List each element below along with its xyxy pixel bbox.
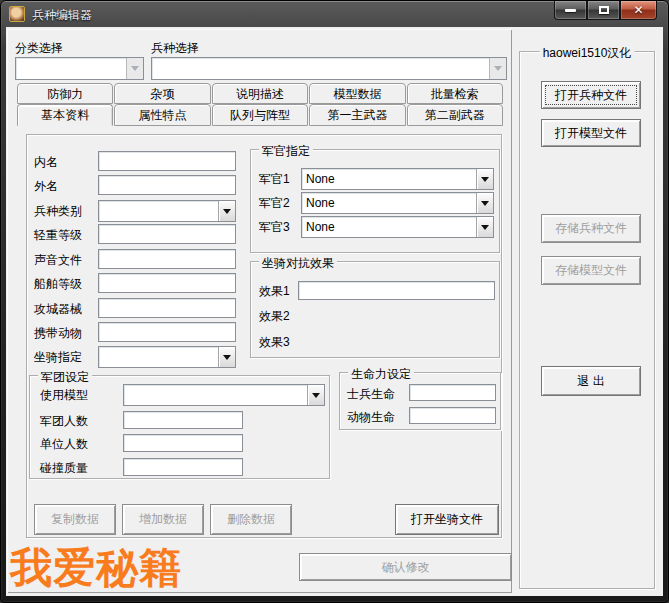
mount-assign-dropdown-button[interactable] bbox=[218, 347, 235, 367]
unit-select-dropdown-button[interactable] bbox=[489, 58, 506, 79]
unit-class-combobox[interactable] bbox=[98, 200, 236, 222]
save-unit-file-button[interactable]: 存储兵种文件 bbox=[541, 214, 641, 243]
titlebar[interactable]: 兵种编辑器 ✕ bbox=[1, 1, 668, 27]
category-select-value bbox=[16, 58, 126, 79]
minimize-icon bbox=[565, 9, 576, 12]
effect1-label: 效果1 bbox=[259, 283, 290, 300]
external-name-input[interactable] bbox=[98, 175, 236, 195]
confirm-modify-button[interactable]: 确认修改 bbox=[299, 553, 512, 581]
use-model-dropdown-button[interactable] bbox=[307, 385, 324, 405]
mount-effect-group-title: 坐骑对抗效果 bbox=[259, 255, 337, 272]
officer3-value: None bbox=[302, 217, 476, 237]
internal-name-label: 内名 bbox=[34, 154, 58, 171]
effect3-label: 效果3 bbox=[259, 334, 290, 351]
maximize-icon bbox=[599, 6, 609, 14]
officer3-combobox[interactable]: None bbox=[301, 216, 494, 238]
siege-engine-input[interactable] bbox=[98, 298, 236, 318]
app-icon[interactable] bbox=[9, 6, 25, 22]
officer-group-title: 军官指定 bbox=[259, 143, 313, 160]
officer1-dropdown-button[interactable] bbox=[476, 169, 493, 189]
officer1-combobox[interactable]: None bbox=[301, 168, 494, 190]
legion-group-title: 军团设定 bbox=[38, 369, 92, 386]
tab-batch-search[interactable]: 批量检索 bbox=[407, 83, 503, 104]
unit-select-label: 兵种选择 bbox=[151, 40, 199, 57]
unit-select-combobox[interactable] bbox=[151, 57, 507, 80]
category-select-label: 分类选择 bbox=[15, 40, 63, 57]
chevron-down-icon bbox=[131, 66, 139, 71]
tab-misc[interactable]: 杂项 bbox=[114, 83, 210, 104]
tab-primary-weapon[interactable]: 第一主武器 bbox=[309, 104, 405, 126]
weight-grade-label: 轻重等级 bbox=[34, 227, 82, 244]
save-model-file-button[interactable]: 存储模型文件 bbox=[541, 256, 641, 285]
chevron-down-icon bbox=[481, 225, 489, 230]
watermark-text: 我爱秘籍 bbox=[10, 545, 182, 591]
animal-life-label: 动物生命 bbox=[347, 409, 395, 426]
chevron-down-icon bbox=[481, 177, 489, 182]
officer1-value: None bbox=[302, 169, 476, 189]
category-select-dropdown-button[interactable] bbox=[126, 58, 143, 79]
window-controls: ✕ bbox=[554, 1, 657, 20]
external-name-label: 外名 bbox=[34, 178, 58, 195]
delete-data-button[interactable]: 删除数据 bbox=[210, 504, 292, 535]
main-panel: 分类选择 兵种选择 防御力 杂项 说明描述 模型数据 批量检索 bbox=[7, 29, 512, 593]
soldier-life-input[interactable] bbox=[409, 384, 496, 401]
window-title: 兵种编辑器 bbox=[32, 7, 92, 24]
close-icon: ✕ bbox=[633, 4, 643, 16]
life-group-title: 生命力设定 bbox=[348, 366, 414, 383]
weight-grade-input[interactable] bbox=[98, 224, 236, 244]
copy-data-button[interactable]: 复制数据 bbox=[34, 504, 116, 535]
carried-animal-input[interactable] bbox=[98, 322, 236, 342]
open-mount-file-button[interactable]: 打开坐骑文件 bbox=[395, 504, 499, 535]
unit-select-value bbox=[152, 58, 489, 79]
officer3-dropdown-button[interactable] bbox=[476, 217, 493, 237]
close-button[interactable]: ✕ bbox=[620, 1, 657, 20]
app-window: 兵种编辑器 ✕ 分类选择 兵种选择 防御力 杂项 bbox=[0, 0, 669, 603]
unit-class-dropdown-button[interactable] bbox=[218, 201, 235, 221]
file-actions-group: haowei1510汉化 打开兵种文件 打开模型文件 存储兵种文件 存储模型文件… bbox=[519, 51, 655, 589]
basic-info-frame: 内名 外名 兵种类别 轻重等级 声音文件 船舶等级 攻城器械 携带动物 bbox=[26, 134, 502, 538]
tab-model-data[interactable]: 模型数据 bbox=[309, 83, 405, 104]
window-body: 分类选择 兵种选择 防御力 杂项 说明描述 模型数据 批量检索 bbox=[6, 27, 663, 596]
legion-count-label: 军团人数 bbox=[40, 413, 88, 430]
internal-name-input[interactable] bbox=[98, 151, 236, 171]
category-select-combobox[interactable] bbox=[15, 57, 144, 80]
file-actions-group-title: haowei1510汉化 bbox=[540, 45, 635, 62]
tab-defense[interactable]: 防御力 bbox=[17, 83, 113, 104]
maximize-button[interactable] bbox=[587, 1, 620, 20]
effect1-input[interactable] bbox=[298, 281, 495, 300]
open-model-file-button[interactable]: 打开模型文件 bbox=[541, 119, 641, 147]
exit-button[interactable]: 退 出 bbox=[541, 366, 641, 396]
sound-file-input[interactable] bbox=[98, 249, 236, 269]
ship-grade-input[interactable] bbox=[98, 273, 236, 293]
chevron-down-icon bbox=[312, 393, 320, 398]
unit-count-input[interactable] bbox=[123, 434, 243, 452]
tab-basic-info[interactable]: 基本资料 bbox=[17, 104, 113, 126]
open-unit-file-button[interactable]: 打开兵种文件 bbox=[541, 81, 641, 109]
tab-formation[interactable]: 队列与阵型 bbox=[212, 104, 308, 126]
chevron-down-icon bbox=[223, 355, 231, 360]
use-model-value bbox=[124, 385, 307, 405]
use-model-combobox[interactable] bbox=[123, 384, 325, 406]
soldier-life-label: 士兵生命 bbox=[347, 386, 395, 403]
officer2-combobox[interactable]: None bbox=[301, 192, 494, 214]
tab-attributes[interactable]: 属性特点 bbox=[114, 104, 210, 126]
minimize-button[interactable] bbox=[554, 1, 587, 20]
mount-effect-group: 坐骑对抗效果 效果1 效果2 效果3 bbox=[250, 261, 500, 358]
chevron-down-icon bbox=[223, 209, 231, 214]
tab-secondary-weapon[interactable]: 第二副武器 bbox=[407, 104, 503, 126]
carried-animal-label: 携带动物 bbox=[34, 325, 82, 342]
animal-life-input[interactable] bbox=[409, 407, 496, 424]
legion-count-input[interactable] bbox=[123, 411, 243, 429]
use-model-label: 使用模型 bbox=[40, 387, 88, 404]
officer2-dropdown-button[interactable] bbox=[476, 193, 493, 213]
tab-description[interactable]: 说明描述 bbox=[212, 83, 308, 104]
add-data-button[interactable]: 增加数据 bbox=[122, 504, 204, 535]
mount-assign-label: 坐骑指定 bbox=[34, 349, 82, 366]
sound-file-label: 声音文件 bbox=[34, 252, 82, 269]
unit-count-label: 单位人数 bbox=[40, 436, 88, 453]
mount-assign-combobox[interactable] bbox=[98, 346, 236, 368]
tab-row-2: 基本资料 属性特点 队列与阵型 第一主武器 第二副武器 bbox=[17, 104, 504, 126]
officer2-value: None bbox=[302, 193, 476, 213]
collision-mass-input[interactable] bbox=[123, 458, 243, 476]
ship-grade-label: 船舶等级 bbox=[34, 276, 82, 293]
